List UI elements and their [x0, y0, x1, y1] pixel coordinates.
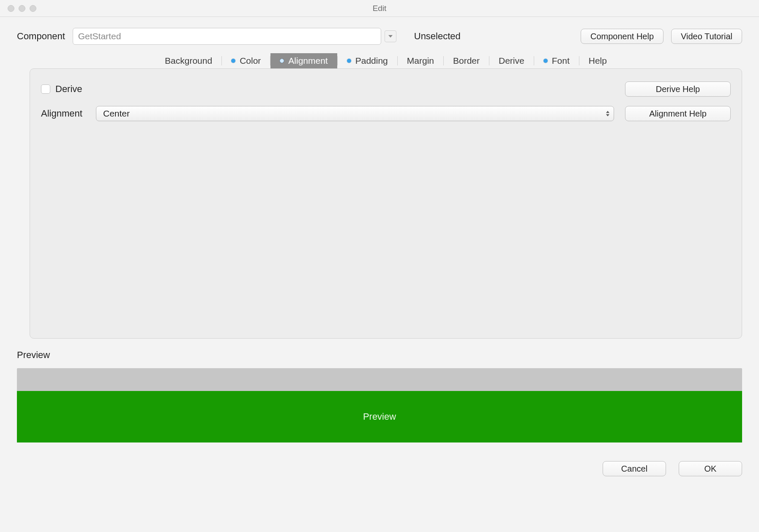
tab-label: Border — [453, 56, 480, 66]
alignment-help-button[interactable]: Alignment Help — [625, 106, 731, 121]
derive-checkbox-label: Derive — [55, 84, 82, 95]
dot-icon — [347, 59, 351, 63]
tab-alignment[interactable]: Alignment — [270, 53, 337, 68]
tab-background[interactable]: Background — [156, 53, 221, 68]
preview-section-label: Preview — [17, 350, 742, 361]
dot-icon — [280, 59, 284, 63]
component-input[interactable]: GetStarted — [73, 28, 381, 45]
component-help-button[interactable]: Component Help — [581, 29, 663, 44]
dialog-footer: Cancel OK — [0, 442, 759, 476]
ok-button[interactable]: OK — [679, 461, 742, 476]
titlebar: Edit — [0, 0, 759, 17]
derive-checkbox[interactable] — [41, 84, 50, 94]
tab-label: Background — [165, 56, 212, 66]
tabs: Background Color Alignment Padding Margi… — [46, 53, 725, 68]
tab-label: Derive — [499, 56, 524, 66]
dot-icon — [543, 59, 548, 63]
header-row: Component GetStarted Unselected Componen… — [0, 17, 759, 49]
tab-content-panel: Derive Derive Help Alignment Center Alig… — [30, 68, 742, 339]
preview-inner: Preview — [17, 391, 742, 442]
dot-icon — [231, 59, 235, 63]
component-label: Component — [17, 31, 65, 42]
derive-help-button[interactable]: Derive Help — [625, 81, 731, 97]
tab-label: Padding — [355, 56, 388, 66]
select-stepper-icon — [606, 111, 609, 117]
component-dropdown-button[interactable] — [385, 30, 396, 42]
unselected-label: Unselected — [414, 31, 461, 42]
preview-text: Preview — [363, 411, 396, 422]
video-tutorial-button[interactable]: Video Tutorial — [671, 29, 742, 44]
derive-row: Derive Derive Help — [41, 81, 731, 97]
tab-label: Help — [589, 56, 607, 66]
tab-label: Color — [240, 56, 261, 66]
tab-derive[interactable]: Derive — [489, 53, 534, 68]
window-title: Edit — [0, 4, 759, 13]
chevron-down-icon — [388, 35, 393, 38]
tab-label: Font — [552, 56, 570, 66]
tab-label: Margin — [407, 56, 434, 66]
alignment-select[interactable]: Center — [96, 106, 614, 121]
tab-color[interactable]: Color — [222, 53, 270, 68]
tab-border[interactable]: Border — [444, 53, 489, 68]
alignment-select-value: Center — [103, 109, 130, 119]
alignment-row: Alignment Center Alignment Help — [41, 106, 731, 121]
tab-label: Alignment — [288, 56, 328, 66]
component-combo: GetStarted — [73, 28, 396, 45]
tab-padding[interactable]: Padding — [338, 53, 397, 68]
preview-section: Preview Preview — [17, 350, 742, 442]
cancel-button[interactable]: Cancel — [603, 461, 666, 476]
component-input-value: GetStarted — [78, 31, 121, 41]
tab-margin[interactable]: Margin — [398, 53, 443, 68]
preview-box: Preview — [17, 368, 742, 442]
tab-font[interactable]: Font — [534, 53, 579, 68]
alignment-label: Alignment — [41, 108, 96, 119]
tab-help[interactable]: Help — [579, 53, 616, 68]
